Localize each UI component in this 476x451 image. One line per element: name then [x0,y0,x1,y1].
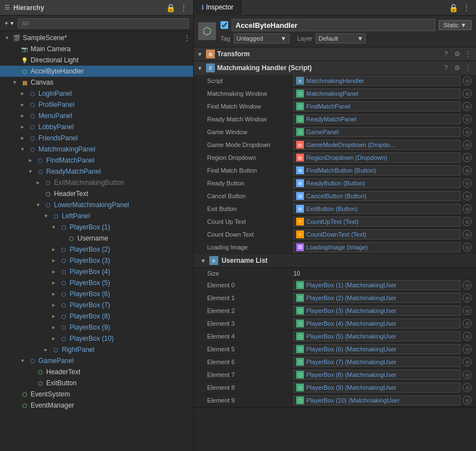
rmw-circle-btn[interactable]: ◎ [463,115,472,124]
eb-circle-btn[interactable]: ◎ [463,204,472,213]
tree-item-username[interactable]: ⬡ Username [0,233,193,244]
prop-gmd-field[interactable]: ▤ GameModeDropdown (Dropdo... [293,140,460,150]
scene-root-item[interactable]: 🎬 SampleScene* ⋮ [0,32,193,43]
tree-item-profile-panel[interactable]: ⬡ ProfilePanel [0,99,193,110]
transform-header[interactable]: ⊕ Transform ? ⚙ ⋮ [194,47,476,61]
el1-circle-btn[interactable]: ◎ [463,293,472,302]
tree-item-menu-panel[interactable]: ⬡ MenuPanel [0,110,193,121]
element-0-field[interactable]: ⬡ PlayerBox (1) (MatchmakingUser [293,280,460,290]
scene-dots[interactable]: ⋮ [183,33,191,42]
element-7-field[interactable]: ⬡ PlayerBox (8) (MatchmakingUser [293,370,460,380]
tree-item-playerbox-2[interactable]: ⬡ PlayerBox (2) [0,244,193,255]
mh-help-btn[interactable]: ? [441,64,450,72]
tree-item-game-header-text[interactable]: ⬡ HeaderText [0,366,193,378]
tree-item-playerbox-1[interactable]: ⬡ PlayerBox (1) [0,222,193,233]
tree-item-main-camera[interactable]: 📷 Main Camera [0,43,193,55]
tree-item-canvas[interactable]: ▦ Canvas [0,77,193,88]
object-name-input[interactable] [232,19,435,31]
tree-item-playerbox-8[interactable]: ⬡ PlayerBox (8) [0,311,193,322]
tree-item-header-text[interactable]: ⬡ HeaderText [0,188,193,199]
rd-circle-btn[interactable]: ◎ [463,153,472,162]
tree-item-accelbyte-handler[interactable]: ⬡ AccelByteHandler [0,66,193,77]
prop-cut-field[interactable]: T CountUpText (Text) [293,217,460,227]
element-6-field[interactable]: ⬡ PlayerBox (7) (MatchmakingUser [293,357,460,367]
tree-item-find-match-panel[interactable]: ⬡ FindMatchPanel [0,155,193,166]
rb-circle-btn[interactable]: ◎ [463,179,472,188]
gmd-circle-btn[interactable]: ◎ [463,140,472,149]
inspector-lock-icon[interactable]: 🔒 [448,3,459,12]
el9-circle-btn[interactable]: ◎ [463,396,472,405]
tree-item-game-exit-button[interactable]: ⬡ ExitButton [0,378,193,389]
prop-li-field[interactable]: 🖼 LoadingImage (Image) [293,242,460,252]
tree-item-event-system[interactable]: ⬡ EventSystem [0,389,193,400]
el2-circle-btn[interactable]: ◎ [463,306,472,315]
transform-settings-btn[interactable]: ⚙ [453,50,462,58]
tree-item-playerbox-5[interactable]: ⬡ PlayerBox (5) [0,277,193,288]
tree-item-playerbox-7[interactable]: ⬡ PlayerBox (7) [0,300,193,311]
li-circle-btn[interactable]: ◎ [463,243,472,252]
hierarchy-more-icon[interactable]: ⋮ [179,3,189,12]
object-enabled-checkbox[interactable] [220,21,228,29]
cb-circle-btn[interactable]: ◎ [463,192,472,200]
tree-item-exit-matchmaking-btn[interactable]: ⬡ ExitMatchmakingButton [0,177,193,188]
prop-eb-field[interactable]: ⊞ ExitButton (Button) [293,204,460,214]
tree-item-playerbox-4[interactable]: ⬡ PlayerBox (4) [0,266,193,277]
add-object-button[interactable]: + ▼ [4,19,14,27]
tree-item-game-panel[interactable]: ⬡ GamePanel [0,355,193,366]
prop-gw-field[interactable]: ⬡ GamePanel [293,127,460,137]
element-4-field[interactable]: ⬡ PlayerBox (5) (MatchmakingUser [293,331,460,341]
tag-dropdown[interactable]: Untagged ▼ [234,33,289,43]
tree-item-friends-panel[interactable]: ⬡ FriendsPanel [0,133,193,144]
layer-dropdown[interactable]: Default ▼ [316,33,366,43]
prop-script-field[interactable]: # MatchmakingHandler [293,76,460,86]
prop-cb-field[interactable]: ⊞ CancelButton (Button) [293,191,460,201]
element-3-field[interactable]: ⬡ PlayerBox (4) (MatchmakingUser [293,318,460,329]
tree-item-playerbox-10[interactable]: ⬡ PlayerBox (10) [0,333,193,344]
element-8-field[interactable]: ⬡ PlayerBox (9) (MatchmakingUser [293,383,460,393]
el4-circle-btn[interactable]: ◎ [463,332,472,341]
prop-rd-field[interactable]: ▤ RegionDropdown (Dropdown) [293,153,460,163]
tree-item-event-manager[interactable]: ⬡ EventManager [0,400,193,411]
tree-item-right-panel[interactable]: ⬡ RightPanel [0,344,193,355]
prop-mw-field[interactable]: ⬡ MatchmakingPanel [293,89,460,99]
prop-cdt-field[interactable]: T CountDownText (Text) [293,229,460,239]
username-list-section-header[interactable]: ≡ Username List [194,254,476,268]
hierarchy-search-input[interactable] [18,18,189,28]
element-2-field[interactable]: ⬡ PlayerBox (3) (MatchmakingUser [293,306,460,316]
fmb-circle-btn[interactable]: ◎ [463,166,472,175]
el5-circle-btn[interactable]: ◎ [463,345,472,354]
cdt-circle-btn[interactable]: ◎ [463,230,472,239]
tree-item-directional-light[interactable]: 💡 Directional Light [0,55,193,66]
element-5-field[interactable]: ⬡ PlayerBox (6) (MatchmakingUser [293,344,460,354]
tree-item-ready-match-panel[interactable]: ⬡ ReadyMatchPanel [0,166,193,177]
gw-circle-btn[interactable]: ◎ [463,128,472,136]
prop-fmw-field[interactable]: ⬡ FindMatchPanel [293,101,460,111]
prop-rb-field[interactable]: ⊞ ReadyButton (Button) [293,178,460,188]
mw-circle-btn[interactable]: ◎ [463,89,472,98]
static-dropdown-button[interactable]: Static ▼ [439,20,472,30]
tree-item-matchmaking-panel[interactable]: ⬡ MatchmakingPanel [0,144,193,155]
tree-item-lower-matchmaking[interactable]: ⬡ LowerMatchmakingPanel [0,199,193,210]
element-1-field[interactable]: ⬡ PlayerBox (2) (MatchmakingUser [293,293,460,303]
el0-circle-btn[interactable]: ◎ [463,281,472,290]
tree-item-playerbox-9[interactable]: ⬡ PlayerBox (9) [0,322,193,333]
inspector-tab[interactable]: ℹ Inspector [194,0,242,16]
el8-circle-btn[interactable]: ◎ [463,383,472,392]
transform-help-btn[interactable]: ? [441,50,450,58]
tree-item-left-panel[interactable]: ⬡ LeftPanel [0,210,193,222]
prop-fmb-field[interactable]: ⊞ FindMatchButton (Button) [293,165,460,175]
element-9-field[interactable]: ⬡ PlayerBox (10) (MatchmakingUser [293,395,460,405]
mh-more-btn[interactable]: ⋮ [464,64,473,72]
transform-more-btn[interactable]: ⋮ [464,50,473,58]
tree-item-login-panel[interactable]: ⬡ LoginPanel [0,88,193,99]
fmw-circle-btn[interactable]: ◎ [463,102,472,111]
tree-item-playerbox-6[interactable]: ⬡ PlayerBox (6) [0,288,193,300]
tree-item-lobby-panel[interactable]: ⬡ LobbyPanel [0,121,193,133]
matchmaking-handler-header[interactable]: # Matchmaking Handler (Script) ? ⚙ ⋮ [194,61,476,75]
el6-circle-btn[interactable]: ◎ [463,357,472,366]
cut-circle-btn[interactable]: ◎ [463,217,472,226]
tree-item-playerbox-3[interactable]: ⬡ PlayerBox (3) [0,255,193,266]
mh-settings-btn[interactable]: ⚙ [453,64,462,72]
prop-rmw-field[interactable]: ⬡ ReadyMatchPanel [293,114,460,124]
hierarchy-lock-icon[interactable]: 🔒 [165,3,176,12]
